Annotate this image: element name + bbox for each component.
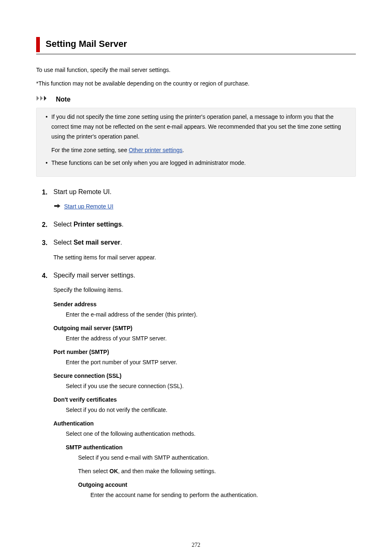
step-4-body: Specify the following items. (53, 286, 356, 294)
step-3-bold: Set mail server (74, 239, 120, 246)
note-item-1-text: If you did not specify the time zone set… (51, 113, 341, 140)
step-3: Select Set mail server. The setting item… (42, 238, 356, 261)
steps-list: Start up Remote UI. Start up Remote UI S… (36, 187, 356, 500)
dd-smtp-auth-2c: , and then make the following settings. (118, 468, 216, 474)
note-item-2: These functions can be set only when you… (46, 158, 350, 168)
step-3-body: The setting items for mail server appear… (53, 253, 356, 262)
dd-dont-verify-cert: Select if you do not verify the certific… (53, 406, 356, 414)
auth-nested: SMTP authentication Select if you send e… (53, 443, 356, 500)
step-3-head: Select Set mail server. (53, 238, 356, 247)
page-number: 272 (36, 541, 356, 549)
step-1-link-row: Start up Remote UI (53, 202, 356, 211)
dd-secure-ssl: Select if you use the secure connection … (53, 382, 356, 391)
dt-smtp-auth: SMTP authentication (66, 443, 356, 452)
note-item-1: If you did not specify the time zone set… (46, 112, 350, 155)
note-item-1-sub: For the time zone setting, see Other pri… (51, 146, 350, 155)
dt-outgoing-smtp: Outgoing mail server (SMTP) (53, 324, 356, 333)
dd-smtp-auth-2: Then select OK, and then make the follow… (66, 467, 356, 476)
dd-smtp-auth-1: Select if you send e-mail with SMTP auth… (66, 453, 356, 462)
dd-authentication: Select one of the following authenticati… (53, 430, 356, 438)
other-printer-settings-link[interactable]: Other printer settings (129, 147, 182, 153)
arrow-right-icon (54, 202, 61, 211)
note-item-1-sub-prefix: For the time zone setting, see (51, 147, 129, 153)
note-section: Note If you did not specify the time zon… (36, 95, 356, 177)
step-1: Start up Remote UI. Start up Remote UI (42, 187, 356, 211)
step-3-prefix: Select (53, 239, 74, 246)
dt-sender-address: Sender address (53, 300, 356, 309)
outgoing-account-nested: Outgoing account Enter the account name … (66, 481, 356, 500)
dd-outgoing-smtp: Enter the address of your SMTP server. (53, 334, 356, 343)
dd-port-number: Enter the port number of your SMTP serve… (53, 358, 356, 367)
step-1-head: Start up Remote UI. (53, 187, 356, 197)
dt-secure-ssl: Secure connection (SSL) (53, 372, 356, 380)
step-4-head: Specify mail server settings. (53, 271, 356, 280)
start-up-remote-ui-link[interactable]: Start up Remote UI (64, 202, 113, 211)
step-2: Select Printer settings. (42, 220, 356, 229)
definition-list: Sender address Enter the e-mail address … (53, 300, 356, 500)
step-2-prefix: Select (53, 221, 74, 228)
step-3-suffix: . (120, 239, 122, 246)
page-heading-block: Setting Mail Server (36, 37, 356, 52)
note-item-1-sub-suffix: . (182, 147, 184, 153)
step-4: Specify mail server settings. Specify th… (42, 271, 356, 500)
note-header: Note (36, 95, 356, 104)
dd-smtp-auth-2b: OK (109, 468, 118, 474)
note-chevrons-icon (36, 95, 53, 104)
dt-authentication: Authentication (53, 419, 356, 428)
page-title: Setting Mail Server (46, 37, 356, 52)
intro-line-2: *This function may not be available depe… (36, 79, 356, 88)
dd-sender-address: Enter the e-mail address of the sender (… (53, 310, 356, 319)
note-box: If you did not specify the time zone set… (36, 108, 356, 177)
step-2-bold: Printer settings (74, 221, 122, 228)
dt-port-number: Port number (SMTP) (53, 348, 356, 356)
dt-dont-verify-cert: Don't verify certificates (53, 395, 356, 404)
intro-line-1: To use mail function, specify the mail s… (36, 66, 356, 74)
step-2-head: Select Printer settings. (53, 220, 356, 229)
note-label: Note (56, 95, 71, 104)
dt-outgoing-account: Outgoing account (78, 481, 356, 489)
dd-smtp-auth-2a: Then select (78, 468, 109, 474)
heading-underline (36, 54, 356, 54)
step-2-suffix: . (122, 221, 123, 228)
dd-outgoing-account: Enter the account name for sending to pe… (78, 491, 356, 500)
